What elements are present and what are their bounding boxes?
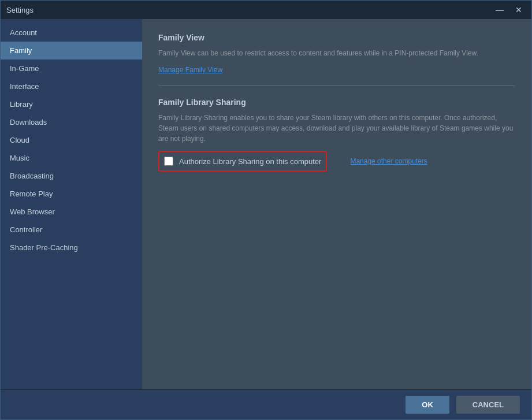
close-button[interactable]: ✕ [512,4,526,16]
window-controls: — ✕ [492,4,526,16]
sharing-row: Authorize Library Sharing on this comput… [158,151,515,172]
sidebar-item-account[interactable]: Account [1,24,142,42]
family-view-title: Family View [158,33,515,42]
section-divider [158,86,515,86]
authorize-label: Authorize Library Sharing on this comput… [179,157,321,166]
footer: OK CANCEL [1,389,531,419]
sidebar-item-interface[interactable]: Interface [1,77,142,95]
authorize-checkbox[interactable] [164,157,173,166]
sidebar-item-remote-play[interactable]: Remote Play [1,185,142,203]
ok-button[interactable]: OK [405,396,449,414]
sidebar-item-broadcasting[interactable]: Broadcasting [1,167,142,185]
sidebar-item-library[interactable]: Library [1,95,142,113]
sidebar-item-in-game[interactable]: In-Game [1,60,142,77]
family-view-description: Family View can be used to restrict acce… [158,48,515,58]
settings-window: Settings — ✕ Account Family In-Game Inte… [0,0,532,420]
sidebar-item-shader-pre-caching[interactable]: Shader Pre-Caching [1,239,142,257]
family-library-sharing-description: Family Library Sharing enables you to sh… [158,113,515,144]
sidebar-item-music[interactable]: Music [1,149,142,167]
titlebar: Settings — ✕ [1,1,531,19]
window-title: Settings [6,6,34,14]
sidebar-item-downloads[interactable]: Downloads [1,113,142,131]
sidebar: Account Family In-Game Interface Library… [1,19,142,389]
manage-other-computers-link[interactable]: Manage other computers [350,157,427,165]
content-area: Account Family In-Game Interface Library… [1,19,531,389]
sidebar-item-controller[interactable]: Controller [1,221,142,239]
family-library-sharing-section: Family Library Sharing Family Library Sh… [158,98,515,172]
family-library-sharing-title: Family Library Sharing [158,98,515,107]
sidebar-item-cloud[interactable]: Cloud [1,131,142,149]
main-content: Family View Family View can be used to r… [142,19,531,389]
authorize-checkbox-container: Authorize Library Sharing on this comput… [158,151,327,172]
sidebar-item-web-browser[interactable]: Web Browser [1,203,142,221]
minimize-button[interactable]: — [492,4,507,16]
manage-family-view-link[interactable]: Manage Family View [158,66,222,74]
cancel-button[interactable]: CANCEL [456,396,520,414]
family-view-section: Family View Family View can be used to r… [158,33,515,74]
sidebar-item-family[interactable]: Family [1,42,142,60]
